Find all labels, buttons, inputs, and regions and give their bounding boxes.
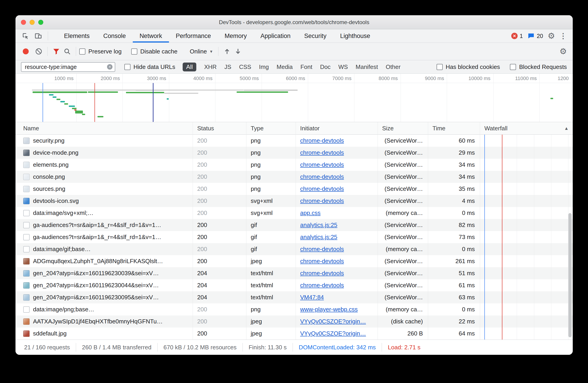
column-header-name[interactable]: Name <box>16 125 193 132</box>
initiator-link[interactable]: VYyQv0CSZOE?origin… <box>300 330 378 337</box>
type-filter-font[interactable]: Font <box>300 63 312 71</box>
initiator-link[interactable]: VYyQv0CSZOE?origin… <box>300 318 378 325</box>
type-filter-xhr[interactable]: XHR <box>204 63 217 71</box>
resources-size: 670 kB / 10.2 MB resources <box>157 343 243 352</box>
table-row[interactable]: data:image/svg+xml;…200svg+xmlapp.css(me… <box>16 207 573 219</box>
table-row[interactable]: gen_204?atyp=i&zx=1601196230044&sei=xV…2… <box>16 279 573 291</box>
initiator-link[interactable]: chrome-devtools <box>300 282 378 289</box>
type-filter-ws[interactable]: WS <box>338 63 348 71</box>
table-row[interactable]: devtools-icon.svg200svg+xmlchrome-devtoo… <box>16 195 573 207</box>
import-har-button[interactable] <box>222 46 232 57</box>
initiator-link[interactable]: analytics.js:25 <box>300 233 378 241</box>
tab-network[interactable]: Network <box>133 29 169 42</box>
preserve-log-checkbox[interactable] <box>79 48 85 55</box>
hide-data-urls-checkbox[interactable] <box>124 64 130 70</box>
clear-filter-icon[interactable]: ✕ <box>107 64 112 70</box>
status-cell: 200 <box>193 258 246 265</box>
initiator-link[interactable]: chrome-devtools <box>300 149 378 156</box>
table-row[interactable]: security.png200pngchrome-devtools(Servic… <box>16 135 573 147</box>
initiator-link[interactable]: chrome-devtools <box>300 173 378 180</box>
tab-security[interactable]: Security <box>297 29 333 42</box>
tab-lighthouse[interactable]: Lighthouse <box>333 29 377 42</box>
inspect-element-button[interactable] <box>19 29 32 42</box>
hide-data-urls-toggle[interactable]: Hide data URLs <box>124 63 175 71</box>
minimize-window-button[interactable] <box>30 20 35 25</box>
network-toolbar: Preserve log Disable cache Online ▾ ⚙ <box>16 43 573 60</box>
table-row[interactable]: ga-audiences?t=sr&aip=1&_r=4&slf_rd=1&v=… <box>16 219 573 231</box>
tab-application[interactable]: Application <box>254 29 297 42</box>
column-header-initiator[interactable]: Initiator <box>295 125 378 132</box>
filter-input[interactable] <box>21 62 115 72</box>
vertical-scrollbar[interactable] <box>568 213 572 337</box>
initiator-link[interactable]: chrome-devtools <box>300 185 378 192</box>
type-filter-manifest[interactable]: Manifest <box>356 63 378 71</box>
type-filter-all[interactable]: All <box>183 62 196 71</box>
more-options-icon[interactable]: ⋮ <box>560 32 567 39</box>
initiator-link[interactable]: chrome-devtools <box>300 270 378 277</box>
overview-activity-bar <box>33 91 87 93</box>
table-row[interactable]: console.png200pngchrome-devtools(Service… <box>16 171 573 183</box>
record-network-log-button[interactable] <box>23 48 29 54</box>
table-row[interactable]: elements.png200pngchrome-devtools(Servic… <box>16 159 573 171</box>
column-header-status[interactable]: Status <box>193 125 246 132</box>
column-header-type[interactable]: Type <box>246 125 295 132</box>
table-row[interactable]: ga-audiences?t=sr&aip=1&_r=4&slf_rd=1&v=… <box>16 231 573 243</box>
error-counter[interactable]: ✕ 1 <box>511 33 523 39</box>
column-header-waterfall[interactable]: Waterfall ▲ <box>480 125 573 132</box>
table-row[interactable]: ADGmqu8qexLZuhphT_0Aj88Ng8riLFKASQlslt…2… <box>16 255 573 267</box>
disable-cache-checkbox[interactable] <box>131 48 137 55</box>
timeline-tick-label: 6000 ms <box>266 75 305 82</box>
device-toolbar-button[interactable] <box>32 29 45 42</box>
request-name: ADGmqu8qexLZuhphT_0Aj88Ng8riLFKASQlslt… <box>33 258 163 265</box>
column-header-time[interactable]: Time <box>428 125 480 132</box>
table-row[interactable]: sources.png200pngchrome-devtools(Service… <box>16 183 573 195</box>
initiator-link[interactable]: analytics.js:25 <box>300 222 378 229</box>
time-cell: 60 ms <box>428 137 480 144</box>
type-filter-img[interactable]: Img <box>259 63 269 71</box>
blocked-requests-toggle[interactable]: Blocked Requests <box>510 63 567 71</box>
search-button[interactable] <box>62 46 73 57</box>
time-cell: 63 ms <box>428 294 480 301</box>
table-row[interactable]: gen_204?atyp=i&zx=1601196230095&sei=xV…2… <box>16 291 573 303</box>
image-thumbnail-icon <box>23 138 30 144</box>
initiator-link[interactable]: www-player-webp.css <box>300 306 378 313</box>
filter-toggle-button[interactable] <box>51 46 62 57</box>
initiator-link[interactable]: app.css <box>300 210 378 216</box>
disable-cache-toggle[interactable]: Disable cache <box>131 48 177 55</box>
preserve-log-toggle[interactable]: Preserve log <box>79 48 122 55</box>
type-filter-doc[interactable]: Doc <box>320 63 330 71</box>
table-row[interactable]: sddefault.jpg200jpegVYyQv0CSZOE?origin…2… <box>16 327 573 340</box>
throttling-dropdown[interactable]: Online ▾ <box>190 48 212 55</box>
tab-performance[interactable]: Performance <box>169 29 218 42</box>
type-filter-css[interactable]: CSS <box>239 63 251 71</box>
type-filter-js[interactable]: JS <box>224 63 231 71</box>
overview[interactable]: 1000 ms2000 ms3000 ms4000 ms5000 ms6000 … <box>16 74 573 122</box>
has-blocked-cookies-toggle[interactable]: Has blocked cookies <box>437 63 500 71</box>
initiator-link[interactable]: chrome-devtools <box>300 161 378 168</box>
initiator-link[interactable]: chrome-devtools <box>300 197 378 205</box>
table-row[interactable]: data:image/gif;base…200gifchrome-devtool… <box>16 243 573 255</box>
zoom-window-button[interactable] <box>38 20 43 25</box>
tab-memory[interactable]: Memory <box>218 29 254 42</box>
table-row[interactable]: AATXAJywSIpD1jf4EbqHXTfbe0mnyHqGFNTu…200… <box>16 315 573 327</box>
type-filter-media[interactable]: Media <box>277 63 293 71</box>
settings-gear-icon[interactable]: ⚙ <box>548 32 555 40</box>
tab-elements[interactable]: Elements <box>57 29 97 42</box>
blocked-requests-checkbox[interactable] <box>510 64 516 70</box>
has-blocked-cookies-checkbox[interactable] <box>437 64 443 70</box>
initiator-link[interactable]: chrome-devtools <box>300 137 378 144</box>
table-row[interactable]: gen_204?atyp=i&zx=1601196230039&sei=xV…2… <box>16 267 573 279</box>
export-har-button[interactable] <box>232 46 243 57</box>
table-row[interactable]: data:image/png;base…200pngwww-player-web… <box>16 303 573 315</box>
issues-counter[interactable]: 20 <box>527 32 543 39</box>
network-settings-gear-icon[interactable]: ⚙ <box>560 47 567 56</box>
clear-network-log-button[interactable] <box>33 46 44 57</box>
table-row[interactable]: device-mode.png200pngchrome-devtools(Ser… <box>16 147 573 159</box>
column-header-size[interactable]: Size <box>378 125 428 132</box>
initiator-link[interactable]: chrome-devtools <box>300 246 378 253</box>
initiator-link[interactable]: chrome-devtools <box>300 258 378 265</box>
tab-console[interactable]: Console <box>97 29 133 42</box>
close-window-button[interactable] <box>21 20 26 25</box>
type-filter-other[interactable]: Other <box>386 63 400 71</box>
initiator-link[interactable]: VM47:84 <box>300 294 378 301</box>
